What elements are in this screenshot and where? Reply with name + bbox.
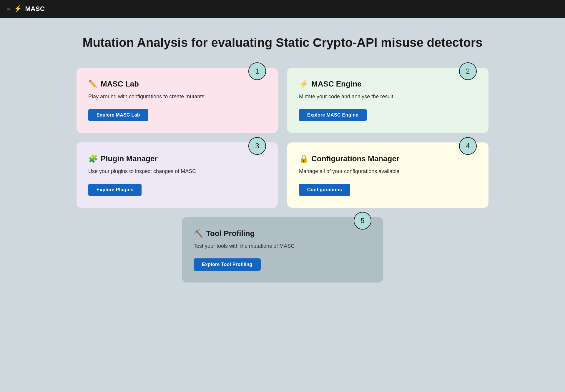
card-number-3: 3 — [248, 137, 266, 155]
card-title-4: 🔒 Configurations Manager — [299, 154, 477, 163]
card-title-5: ⛏️ Tool Profiling — [194, 229, 371, 238]
puzzle-icon: 🧩 — [88, 154, 98, 163]
card-number-2: 2 — [459, 62, 477, 80]
lightning-card-icon: ⚡ — [299, 79, 308, 89]
card-desc-3: Use your plugins to inspect changes of M… — [88, 167, 266, 175]
card-number-1: 1 — [248, 62, 266, 80]
card-number-5: 5 — [354, 212, 371, 230]
tools-icon: ⛏️ — [194, 229, 203, 238]
card-masc-engine: 2 ⚡ MASC Engine Mutate your code and ana… — [287, 68, 488, 133]
pencil-icon: ✏️ — [88, 79, 98, 89]
main-content: Mutation Analysis for evaluating Static … — [0, 18, 565, 306]
hamburger-icon[interactable]: ≡ — [7, 6, 10, 12]
card-desc-4: Manage all of your configurations availa… — [299, 167, 477, 175]
card-desc-2: Mutate your code and analyse the result — [299, 93, 477, 101]
card-desc-1: Play around with configurations to creat… — [88, 93, 266, 101]
cards-grid: 1 ✏️ MASC Lab Play around with configura… — [77, 68, 488, 208]
app-title: MASC — [25, 5, 45, 13]
card-number-4: 4 — [459, 137, 477, 155]
card-tool-profiling: 5 ⛏️ Tool Profiling Test your tools with… — [182, 217, 383, 283]
card-title-1: ✏️ MASC Lab — [88, 79, 266, 89]
card-configurations-manager: 4 🔒 Configurations Manager Manage all of… — [287, 142, 488, 208]
lock-icon: 🔒 — [299, 154, 308, 163]
explore-tool-profiling-button[interactable]: Explore Tool Profiling — [194, 258, 261, 271]
card-plugin-manager: 3 🧩 Plugin Manager Use your plugins to i… — [77, 142, 278, 208]
configurations-button[interactable]: Configurations — [299, 184, 350, 196]
explore-masc-engine-button[interactable]: Explore MASC Engine — [299, 109, 367, 121]
explore-plugins-button[interactable]: Explore Plugins — [88, 184, 142, 196]
topbar: ≡ ⚡ MASC — [0, 0, 565, 18]
card-title-2: ⚡ MASC Engine — [299, 79, 477, 89]
card-desc-5: Test your tools with the mutations of MA… — [194, 242, 371, 250]
card-masc-lab: 1 ✏️ MASC Lab Play around with configura… — [77, 68, 278, 133]
page-title: Mutation Analysis for evaluating Static … — [24, 35, 541, 50]
bottom-row: 5 ⛏️ Tool Profiling Test your tools with… — [77, 217, 488, 283]
explore-masc-lab-button[interactable]: Explore MASC Lab — [88, 109, 148, 121]
lightning-icon: ⚡ — [14, 5, 22, 13]
card-title-3: 🧩 Plugin Manager — [88, 154, 266, 163]
